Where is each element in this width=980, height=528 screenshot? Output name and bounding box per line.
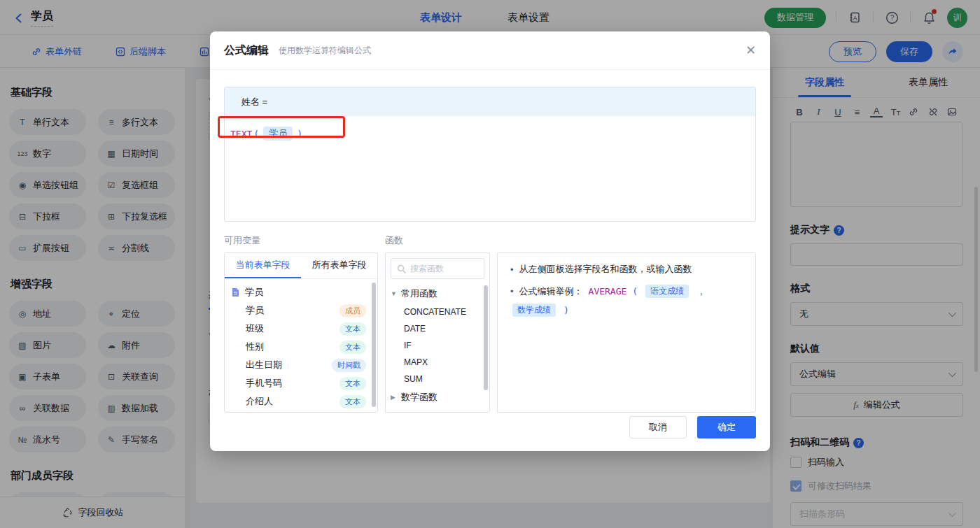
function-search-box[interactable] xyxy=(391,258,484,279)
formula-function-name: TEXT xyxy=(230,129,252,139)
variables-panel: 当前表单字段 所有表单字段 学员 学员成员 班级文本 性别文本 出生日期时间戳 … xyxy=(224,252,378,413)
example-comma: ， xyxy=(696,285,706,298)
function-item-if[interactable]: IF xyxy=(386,337,489,354)
chevron-collapsed-icon: ▶ xyxy=(391,394,398,401)
variable-row[interactable]: 性别文本 xyxy=(225,338,377,356)
type-badge: 文本 xyxy=(340,395,366,408)
type-badge: 文本 xyxy=(340,322,366,336)
bullet-icon: • xyxy=(510,286,514,297)
formula-field-pill[interactable]: 学员 xyxy=(263,127,293,141)
variables-scrollbar[interactable] xyxy=(372,283,376,407)
variable-name: 手机号码 xyxy=(246,377,282,390)
variable-row[interactable]: 介绍人文本 xyxy=(225,392,377,411)
root-label: 学员 xyxy=(245,286,263,299)
variable-row[interactable]: 出生日期时间戳 xyxy=(225,356,377,374)
function-group-text[interactable]: ▶文本函数 xyxy=(386,407,489,413)
example-field-pill: 数学成绩 xyxy=(512,304,556,317)
functions-panel: ▼常用函数 CONCATENATE DATE IF MAPX SUM ▶数学函数… xyxy=(385,252,490,413)
group-label: 常用函数 xyxy=(401,287,438,300)
group-label: 文本函数 xyxy=(401,411,438,413)
function-group-math[interactable]: ▶数学函数 xyxy=(386,387,489,407)
formula-target: 姓名 = xyxy=(225,87,755,116)
confirm-button[interactable]: 确定 xyxy=(697,416,756,438)
type-badge: 成员 xyxy=(340,304,366,317)
example-function: AVERAGE xyxy=(589,286,627,297)
close-icon[interactable]: ✕ xyxy=(746,44,756,57)
functions-scrollbar[interactable] xyxy=(484,285,488,390)
function-item-concatenate[interactable]: CONCATENATE xyxy=(386,304,489,320)
function-item-sum[interactable]: SUM xyxy=(386,371,489,387)
variable-name: 班级 xyxy=(246,322,264,335)
formula-editor[interactable]: 姓名 = TEXT(学员) xyxy=(224,87,756,222)
type-badge: 文本 xyxy=(340,377,366,390)
formula-open-paren: ( xyxy=(253,129,259,139)
cancel-button[interactable]: 取消 xyxy=(629,416,687,438)
example-field-pill: 语文成绩 xyxy=(645,285,689,298)
variables-root-node[interactable]: 学员 xyxy=(225,279,377,301)
formula-help-panel: • 从左侧面板选择字段名和函数，或输入函数 • 公式编辑举例：AVERAGE(语… xyxy=(497,252,756,413)
example-paren: ( xyxy=(632,286,638,297)
function-search-input[interactable] xyxy=(410,264,475,273)
bullet-icon: • xyxy=(510,264,514,275)
variable-row[interactable]: 手机号码文本 xyxy=(225,374,377,392)
function-item-mapx[interactable]: MAPX xyxy=(386,354,489,371)
type-badge: 时间戳 xyxy=(332,359,366,372)
tab-current-form-fields[interactable]: 当前表单字段 xyxy=(225,253,301,278)
type-badge: 文本 xyxy=(340,341,366,354)
chevron-expanded-icon: ▼ xyxy=(391,290,398,297)
help-line-1: 从左侧面板选择字段名和函数，或输入函数 xyxy=(519,263,692,276)
function-item-date[interactable]: DATE xyxy=(386,320,489,337)
tab-all-form-fields[interactable]: 所有表单字段 xyxy=(301,253,377,278)
search-icon xyxy=(397,264,406,273)
modal-title: 公式编辑 xyxy=(224,43,269,58)
variable-name: 学员 xyxy=(246,304,264,317)
variable-row[interactable]: 班级文本 xyxy=(225,320,377,338)
variable-row[interactable]: 学员成员 xyxy=(225,301,377,320)
variable-name: 介绍人 xyxy=(246,395,273,408)
functions-label: 函数 xyxy=(385,234,403,247)
formula-close-paren: ) xyxy=(297,129,302,139)
variables-label: 可用变量 xyxy=(224,234,385,247)
form-doc-icon xyxy=(231,287,240,297)
variable-name: 出生日期 xyxy=(246,359,282,371)
help-line-2-prefix: 公式编辑举例： xyxy=(519,285,583,298)
function-group-common[interactable]: ▼常用函数 xyxy=(386,284,489,304)
formula-edit-modal: 公式编辑 使用数学运算符编辑公式 ✕ 姓名 = TEXT(学员) 可用变量 函数… xyxy=(210,31,770,451)
variable-name: 性别 xyxy=(246,341,264,353)
modal-subtitle: 使用数学运算符编辑公式 xyxy=(279,45,371,57)
group-label: 数学函数 xyxy=(401,391,438,404)
example-paren: ) xyxy=(564,305,569,315)
